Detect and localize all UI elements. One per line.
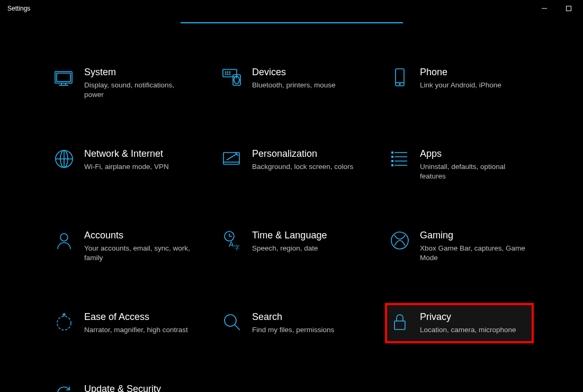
- tile-text: Update & SecurityWindows Update, recover…: [84, 384, 192, 392]
- tile-title: Devices: [252, 67, 336, 78]
- tile-title: Accounts: [84, 230, 192, 242]
- tile-text: SystemDisplay, sound, notifications, pow…: [84, 67, 192, 100]
- tile-desc: Background, lock screen, colors: [252, 162, 353, 172]
- settings-tile-privacy[interactable]: PrivacyLocation, camera, microphone: [386, 304, 533, 342]
- settings-tile-phone[interactable]: PhoneLink your Android, iPhone: [386, 59, 533, 107]
- settings-tile-system[interactable]: SystemDisplay, sound, notifications, pow…: [50, 59, 197, 107]
- tile-title: Phone: [420, 67, 501, 78]
- tile-title: Time & Language: [252, 230, 327, 242]
- svg-rect-1: [567, 6, 571, 11]
- ease-of-access-icon: [53, 311, 75, 333]
- title-bar: Settings: [0, 0, 583, 17]
- search-icon: [221, 311, 243, 333]
- tile-text: DevicesBluetooth, printers, mouse: [252, 67, 336, 90]
- tile-text: Time & LanguageSpeech, region, date: [252, 230, 327, 253]
- tile-desc: Location, camera, microphone: [420, 325, 516, 335]
- tile-text: GamingXbox Game Bar, captures, Game Mode: [420, 230, 527, 263]
- tile-text: SearchFind my files, permissions: [252, 311, 334, 335]
- settings-tile-accounts[interactable]: AccountsYour accounts, email, sync, work…: [50, 222, 197, 270]
- tile-desc: Bluetooth, printers, mouse: [252, 81, 336, 90]
- phone-icon: [389, 67, 410, 88]
- tile-title: Privacy: [420, 311, 516, 323]
- tile-title: Update & Security: [84, 384, 192, 392]
- tile-desc: Find my files, permissions: [252, 325, 334, 335]
- tile-desc: Link your Android, iPhone: [420, 81, 501, 90]
- settings-tile-search[interactable]: SearchFind my files, permissions: [218, 304, 365, 342]
- settings-tile-devices[interactable]: DevicesBluetooth, printers, mouse: [218, 59, 365, 107]
- settings-tile-time-language[interactable]: Time & LanguageSpeech, region, date: [218, 222, 365, 270]
- gaming-icon: [389, 230, 410, 251]
- settings-tile-network-internet[interactable]: Network & InternetWi-Fi, airplane mode, …: [50, 141, 197, 189]
- minimize-button[interactable]: [532, 0, 557, 17]
- tile-title: Network & Internet: [84, 148, 169, 160]
- tile-desc: Speech, region, date: [252, 244, 327, 253]
- devices-icon: [221, 67, 243, 88]
- tile-desc: Xbox Game Bar, captures, Game Mode: [420, 244, 527, 263]
- tile-text: AccountsYour accounts, email, sync, work…: [84, 230, 192, 263]
- tile-title: Personalization: [252, 148, 353, 160]
- settings-tile-personalization[interactable]: PersonalizationBackground, lock screen, …: [218, 141, 365, 189]
- accounts-icon: [53, 230, 75, 251]
- privacy-icon: [389, 311, 410, 333]
- tile-title: System: [84, 67, 192, 78]
- tile-text: PrivacyLocation, camera, microphone: [420, 311, 516, 335]
- tile-text: PhoneLink your Android, iPhone: [420, 67, 501, 90]
- tile-desc: Display, sound, notifications, power: [84, 81, 192, 100]
- tile-title: Gaming: [420, 230, 527, 242]
- system-icon: [53, 67, 75, 88]
- personalization-icon: [221, 148, 243, 170]
- apps-icon: [389, 148, 410, 170]
- tile-title: Search: [252, 311, 334, 323]
- time-language-icon: [221, 230, 243, 251]
- settings-tile-ease-of-access[interactable]: Ease of AccessNarrator, magnifier, high …: [50, 304, 197, 342]
- settings-grid: SystemDisplay, sound, notifications, pow…: [50, 59, 533, 392]
- tile-text: Network & InternetWi-Fi, airplane mode, …: [84, 148, 169, 172]
- tile-title: Apps: [420, 148, 527, 160]
- settings-tile-apps[interactable]: AppsUninstall, defaults, optional featur…: [386, 141, 533, 189]
- tile-text: AppsUninstall, defaults, optional featur…: [420, 148, 527, 181]
- settings-tile-gaming[interactable]: GamingXbox Game Bar, captures, Game Mode: [386, 222, 533, 270]
- settings-tile-update-security[interactable]: Update & SecurityWindows Update, recover…: [50, 376, 197, 392]
- tile-text: PersonalizationBackground, lock screen, …: [252, 148, 353, 172]
- tile-desc: Uninstall, defaults, optional features: [420, 162, 527, 181]
- tile-title: Ease of Access: [84, 311, 188, 323]
- window-title: Settings: [7, 5, 30, 12]
- window-controls: [532, 0, 581, 17]
- network-icon: [53, 148, 75, 170]
- update-icon: [53, 384, 75, 392]
- tile-text: Ease of AccessNarrator, magnifier, high …: [84, 311, 188, 335]
- tile-desc: Wi-Fi, airplane mode, VPN: [84, 162, 169, 172]
- tile-desc: Your accounts, email, sync, work, family: [84, 244, 192, 263]
- tile-desc: Narrator, magnifier, high contrast: [84, 325, 188, 335]
- maximize-button[interactable]: [557, 0, 581, 17]
